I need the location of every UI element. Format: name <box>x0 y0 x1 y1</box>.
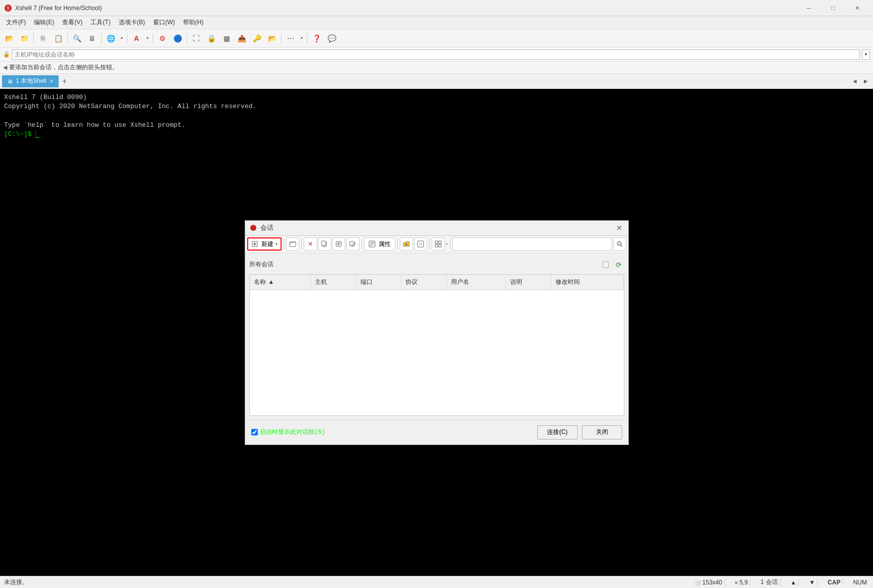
new-button-dropdown-arrow[interactable]: ▾ <box>275 242 278 247</box>
menu-window[interactable]: 窗口(W) <box>149 17 179 28</box>
breadcrumb-unknown-btn[interactable] <box>600 259 611 270</box>
svg-rect-24 <box>435 244 438 247</box>
tab-label: 1 本地Shell <box>16 77 47 85</box>
col-host[interactable]: 主机 <box>310 275 356 290</box>
close-button[interactable]: ✕ <box>846 0 869 16</box>
hint-bar: ◀ 要添加当前会话，点击左侧的箭头按钮。 <box>0 62 873 74</box>
dialog-paste-btn[interactable] <box>332 237 345 251</box>
address-input[interactable] <box>12 50 860 60</box>
toolbar-sep5 <box>153 33 153 43</box>
svg-rect-6 <box>290 242 296 247</box>
maximize-button[interactable]: □ <box>821 0 845 16</box>
tab-local-shell[interactable]: 🖥 1 本地Shell ✕ <box>2 75 59 87</box>
dialog-connect-button[interactable]: 连接(C) <box>537 425 578 439</box>
menu-tools[interactable]: 工具(T) <box>86 17 114 28</box>
toolbar-lock[interactable]: 🔒 <box>204 31 218 45</box>
status-scroll-down[interactable]: ▼ <box>807 579 817 586</box>
toolbar-monitor[interactable]: 🖥 <box>85 31 99 45</box>
menu-tabs[interactable]: 选项卡(B) <box>115 17 149 28</box>
menu-edit[interactable]: 编辑(E) <box>30 17 58 28</box>
dialog-search-input[interactable] <box>452 237 612 251</box>
col-port[interactable]: 端口 <box>356 275 401 290</box>
dialog-rename-btn[interactable] <box>346 237 359 251</box>
minimize-button[interactable]: ─ <box>797 0 820 16</box>
tab-navigation: ◀ ▶ <box>850 76 871 86</box>
toolbar-help[interactable]: ❓ <box>309 31 324 45</box>
toolbar-key[interactable]: 🔑 <box>250 31 264 45</box>
col-protocol[interactable]: 协议 <box>401 275 447 290</box>
dialog-copy-btn[interactable] <box>318 237 331 251</box>
dialog-close-button[interactable]: ✕ <box>614 223 624 233</box>
toolbar-new-session[interactable]: 📂 <box>2 31 16 45</box>
cursor-pos-icon: ≡ <box>735 580 738 585</box>
toolbar-sep2 <box>67 33 68 43</box>
toolbar-font[interactable]: A <box>129 31 144 45</box>
dialog-folder-btn[interactable] <box>400 237 413 251</box>
dialog-export-btn[interactable] <box>414 237 427 251</box>
col-modified[interactable]: 修改时间 <box>551 275 623 290</box>
dialog-delete-btn[interactable]: ✕ <box>304 237 317 251</box>
svg-rect-22 <box>435 241 438 243</box>
dialog-open-btn[interactable] <box>286 237 299 251</box>
toolbar-transfer[interactable]: 📤 <box>235 31 249 45</box>
svg-point-26 <box>617 242 621 246</box>
dialog-footer: 启动时显示此对话框(S) 连接(C) 关闭 <box>245 420 628 445</box>
status-scroll-up[interactable]: ▲ <box>789 579 799 586</box>
new-button-label: 新建 <box>261 240 273 249</box>
menu-bar: 文件(F) 编辑(E) 查看(V) 工具(T) 选项卡(B) 窗口(W) 帮助(… <box>0 16 873 29</box>
svg-rect-23 <box>439 241 441 243</box>
terminal-area[interactable]: Xshell 7 (Build 0090) Copyright (c) 2020… <box>0 89 873 576</box>
address-dropdown[interactable]: ▾ <box>862 50 870 60</box>
tab-nav-right[interactable]: ▶ <box>861 76 871 86</box>
toolbar-netsarang2[interactable]: 🔵 <box>170 31 185 45</box>
dialog-content: 所有会话 ⟳ 名称 ▲ <box>245 253 628 420</box>
window-controls: ─ □ ✕ <box>797 0 869 16</box>
col-username[interactable]: 用户名 <box>447 275 506 290</box>
hint-text: 要添加当前会话，点击左侧的箭头按钮。 <box>9 63 118 72</box>
menu-view[interactable]: 查看(V) <box>58 17 86 28</box>
menu-help[interactable]: 帮助(H) <box>179 17 208 28</box>
toolbar-copy[interactable]: ⎘ <box>36 31 50 45</box>
status-right: ⬜ 153x40 ≡ 5,9 1 会话 ▲ ▼ CAP NUM <box>693 578 869 586</box>
toolbar-chat[interactable]: 💬 <box>325 31 339 45</box>
toolbar-more-dropdown[interactable]: ▾ <box>299 31 305 45</box>
tab-nav-left[interactable]: ◀ <box>850 76 860 86</box>
toolbar-globe-dropdown[interactable]: ▾ <box>119 31 125 45</box>
toolbar-open[interactable]: 📁 <box>17 31 31 45</box>
dialog-sep4 <box>397 239 398 249</box>
dialog-new-button[interactable]: 新建 ▾ <box>247 237 282 251</box>
view-dropdown-arrow[interactable]: ▾ <box>446 242 448 247</box>
toolbar-find[interactable]: 🔍 <box>70 31 84 45</box>
toolbar-folder[interactable]: 📂 <box>265 31 279 45</box>
breadcrumb-refresh-btn[interactable]: ⟳ <box>613 259 624 270</box>
toolbar-font-dropdown[interactable]: ▾ <box>145 31 151 45</box>
col-description[interactable]: 说明 <box>506 275 551 290</box>
toolbar-fullscreen[interactable]: ⛶ <box>189 31 203 45</box>
toolbar-sep7 <box>281 33 282 43</box>
toolbar-netsarang[interactable]: ⚙ <box>155 31 169 45</box>
menu-file[interactable]: 文件(F) <box>2 17 30 28</box>
dialog-toolbar: 新建 ▾ ✕ <box>245 236 628 253</box>
dialog-sep5 <box>429 239 430 249</box>
dialog-close-button-footer[interactable]: 关闭 <box>582 425 622 439</box>
session-table-container: 名称 ▲ 主机 端口 协议 用户名 说明 修改时间 <box>249 274 624 416</box>
col-name[interactable]: 名称 ▲ <box>250 275 311 290</box>
title-text: Xshell 7 (Free for Home/School) <box>15 5 797 12</box>
tab-close-icon[interactable]: ✕ <box>50 78 54 84</box>
startup-label[interactable]: 启动时显示此对话框(S) <box>260 428 326 436</box>
dialog-title: 会话 <box>260 223 614 232</box>
dialog-view-btn[interactable] <box>432 237 445 251</box>
toolbar-sep6 <box>187 33 187 43</box>
toolbar-panel[interactable]: ▦ <box>219 31 234 45</box>
properties-label: 属性 <box>379 240 391 249</box>
toolbar-more[interactable]: ⋯ <box>284 31 298 45</box>
tab-add-button[interactable]: + <box>59 75 71 87</box>
dialog-sep1 <box>284 239 284 249</box>
dialog-properties-btn[interactable]: 属性 <box>364 237 395 251</box>
dialog-titlebar: 会话 ✕ <box>245 221 628 236</box>
startup-checkbox[interactable] <box>251 429 258 435</box>
dialog-search-button[interactable] <box>613 237 626 251</box>
toolbar-globe[interactable]: 🌐 <box>104 31 118 45</box>
toolbar-paste[interactable]: 📋 <box>51 31 65 45</box>
status-terminal-size: ⬜ 153x40 <box>693 579 725 586</box>
